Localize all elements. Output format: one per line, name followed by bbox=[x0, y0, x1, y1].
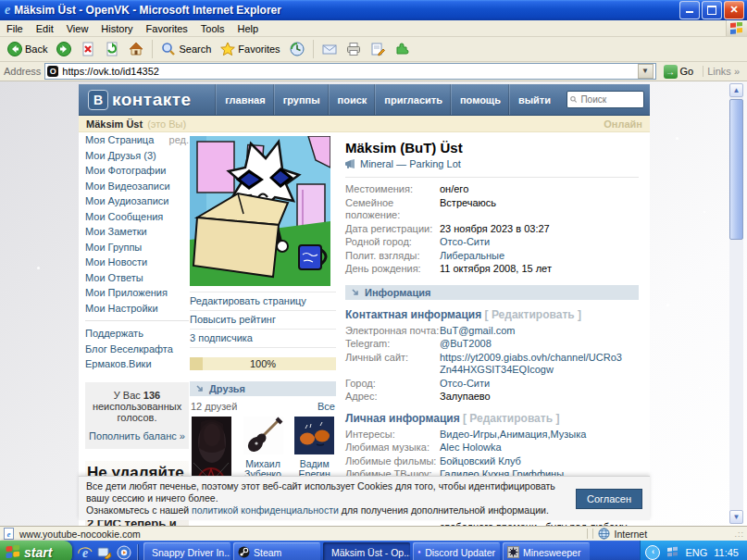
tray-chevron-icon[interactable]: ‹ bbox=[645, 545, 660, 560]
profile-status[interactable]: Mineral — Parking Lot bbox=[345, 158, 639, 169]
menu-edit[interactable]: Edit bbox=[30, 23, 60, 34]
refresh-button[interactable] bbox=[101, 41, 123, 57]
nav-groups[interactable]: группы bbox=[274, 84, 329, 115]
resize-grip[interactable]: .:: bbox=[734, 529, 744, 539]
profile-field-row: Местоимения:он/его bbox=[345, 183, 639, 196]
links-menu[interactable]: Links » bbox=[703, 66, 743, 77]
sidebar-item-support[interactable]: Поддержать bbox=[85, 326, 189, 342]
address-input[interactable] bbox=[62, 66, 633, 77]
sidebar-item-my-page[interactable]: Моя Страница ред. bbox=[85, 132, 189, 148]
privacy-policy-link[interactable]: политикой конфиденциальности bbox=[192, 504, 339, 516]
taskbar-button-openvk-active[interactable]: e Mäksim Üst - Op... bbox=[323, 542, 410, 560]
menu-file[interactable]: File bbox=[0, 23, 30, 34]
title-bar: e Mäksim Üst - OpenVK - Microsoft Intern… bbox=[0, 0, 747, 20]
contact-field-row: Telegram:@BuT2008 bbox=[345, 338, 639, 351]
sidebar-item-videos[interactable]: Мои Видеозаписи bbox=[85, 179, 189, 194]
discord-icon bbox=[417, 546, 421, 558]
forward-button[interactable] bbox=[53, 41, 75, 57]
print-button[interactable] bbox=[342, 41, 365, 57]
sidebar-item-label: Моя Страница bbox=[85, 132, 154, 148]
profile-left-column: Редактировать страницу Повысить рейтинг … bbox=[190, 136, 336, 506]
nav-home[interactable]: главная bbox=[216, 84, 273, 115]
nav-logout[interactable]: выйти bbox=[509, 84, 559, 115]
menu-view[interactable]: View bbox=[60, 23, 95, 34]
cookie-accept-button[interactable]: Согласен bbox=[576, 489, 642, 509]
history-button[interactable] bbox=[286, 41, 308, 57]
menu-favorites[interactable]: Favorites bbox=[140, 23, 194, 34]
friend-card[interactable]: Вадим Ерегин bbox=[293, 417, 336, 479]
sidebar-item-news[interactable]: Мои Новости bbox=[85, 255, 189, 270]
steam-icon bbox=[238, 546, 250, 558]
start-button[interactable]: start bbox=[0, 541, 72, 560]
nav-search[interactable]: поиск bbox=[329, 84, 376, 115]
info-section-header[interactable]: Информация bbox=[345, 285, 639, 300]
favorites-star-icon bbox=[220, 42, 235, 56]
address-dropdown-icon[interactable]: ▼ bbox=[638, 64, 654, 79]
address-field[interactable]: O ▼ bbox=[44, 63, 655, 80]
edit-button[interactable] bbox=[367, 41, 389, 57]
vk-search-input[interactable] bbox=[579, 93, 641, 106]
menu-history[interactable]: History bbox=[94, 23, 139, 34]
mail-icon bbox=[322, 42, 337, 56]
sidebar-item-settings[interactable]: Мои Настройки bbox=[85, 301, 189, 317]
sidebar-item-groups[interactable]: Мои Группы bbox=[85, 240, 189, 255]
close-button[interactable]: ✕ bbox=[724, 1, 744, 19]
sidebar-item-friends[interactable]: Мои Друзья (3) bbox=[85, 148, 189, 164]
messenger-button[interactable] bbox=[391, 41, 413, 57]
sidebar-item-photos[interactable]: Мои Фотографии bbox=[85, 163, 189, 179]
media-player-icon[interactable] bbox=[117, 545, 131, 560]
scroll-down-icon[interactable]: ▼ bbox=[729, 510, 743, 524]
raise-rating-link[interactable]: Повысить рейтинг bbox=[190, 311, 336, 330]
vk-search-box[interactable] bbox=[566, 91, 644, 108]
scrollbar-thumb[interactable] bbox=[729, 99, 743, 240]
stop-icon bbox=[81, 42, 95, 56]
search-button[interactable]: Search bbox=[157, 41, 215, 57]
friend-card[interactable]: Михаил Зубенко bbox=[242, 417, 285, 479]
stop-button[interactable] bbox=[77, 41, 99, 57]
friends-all-link[interactable]: Все bbox=[317, 401, 335, 412]
show-desktop-icon[interactable] bbox=[97, 545, 112, 560]
sidebar-item-blog[interactable]: Блог Веселкрафта bbox=[85, 342, 189, 357]
back-button[interactable]: Back bbox=[4, 41, 51, 57]
go-button[interactable]: → Go bbox=[660, 65, 698, 79]
sidebar-item-apps[interactable]: Мои Приложения bbox=[85, 285, 189, 301]
top-up-balance-link[interactable]: Пополнить баланс » bbox=[89, 430, 185, 442]
sidebar-item-messages[interactable]: Мои Сообщения bbox=[85, 209, 189, 225]
ie-toolbar: Back Search Favorites bbox=[0, 37, 747, 62]
links-label: Links bbox=[707, 66, 731, 77]
contact-field-row: Адрес:Залупаево bbox=[345, 391, 639, 404]
personal-edit-link[interactable]: [ Редактировать ] bbox=[463, 412, 559, 425]
profile-avatar[interactable] bbox=[190, 136, 330, 286]
quicklaunch-ie-icon[interactable]: e bbox=[78, 545, 93, 560]
home-button[interactable] bbox=[125, 41, 147, 57]
sidebar-item-answers[interactable]: Мои Ответы bbox=[85, 270, 189, 286]
sidebar-item-notes[interactable]: Мои Заметки bbox=[85, 224, 189, 240]
friend-avatar-guitar bbox=[243, 417, 283, 454]
vertical-scrollbar[interactable]: ▲ ▼ bbox=[729, 83, 743, 524]
taskbar-button-snappy[interactable]: Snappy Driver In... bbox=[143, 542, 230, 560]
favorites-button[interactable]: Favorites bbox=[217, 41, 283, 57]
minimize-button[interactable] bbox=[679, 1, 700, 19]
vk-logo[interactable]: В контакте bbox=[88, 90, 192, 110]
minesweeper-icon bbox=[507, 546, 519, 558]
subscribers-link[interactable]: 3 подписчика bbox=[190, 330, 336, 348]
topbar-you-label: (это Вы) bbox=[147, 118, 186, 130]
sidebar-edit-link[interactable]: ред. bbox=[169, 132, 189, 148]
taskbar-button-minesweeper[interactable]: Minesweeper bbox=[503, 542, 590, 560]
menu-help[interactable]: Help bbox=[231, 23, 266, 34]
sidebar-item-audios[interactable]: Мои Аудиозаписи bbox=[85, 193, 189, 209]
restore-button[interactable] bbox=[702, 1, 722, 19]
friends-header-label: Друзья bbox=[209, 383, 245, 394]
menu-tools[interactable]: Tools bbox=[194, 23, 231, 34]
mail-button[interactable] bbox=[318, 41, 341, 57]
tray-language[interactable]: ENG bbox=[685, 547, 707, 558]
scroll-up-icon[interactable]: ▲ bbox=[729, 83, 743, 97]
contact-edit-link[interactable]: [ Редактировать ] bbox=[485, 308, 581, 321]
taskbar-button-steam[interactable]: Steam bbox=[233, 542, 320, 560]
nav-invite[interactable]: пригласить bbox=[375, 84, 451, 115]
sidebar-item-wiki[interactable]: Ермаков.Вики bbox=[85, 356, 189, 372]
nav-help[interactable]: помощь bbox=[451, 84, 509, 115]
edit-page-link[interactable]: Редактировать страницу bbox=[190, 292, 336, 311]
tray-windows-icon[interactable] bbox=[666, 546, 679, 558]
taskbar-button-discord[interactable]: Discord Updater bbox=[413, 542, 500, 560]
